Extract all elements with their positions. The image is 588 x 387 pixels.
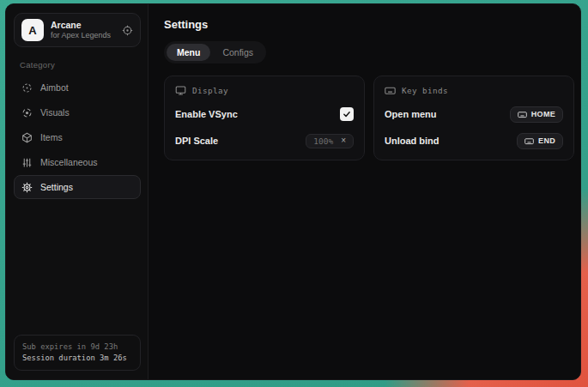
- sidebar-item-label: Settings: [40, 182, 73, 192]
- sidebar-item-items[interactable]: Items: [14, 125, 141, 149]
- page-title: Settings: [164, 18, 574, 31]
- sidebar-item-visuals[interactable]: Visuals: [14, 100, 141, 124]
- display-card: Display Enable VSync DPI Scale: [164, 76, 365, 160]
- sidebar-item-miscellaneous[interactable]: Miscellaneous: [14, 150, 141, 174]
- app-window: A Arcane for Apex Legends Category: [5, 3, 581, 380]
- gear-icon: [21, 182, 33, 193]
- eye-scan-icon: [21, 107, 33, 118]
- open-menu-key: HOME: [531, 110, 555, 118]
- display-card-title: Display: [192, 86, 228, 95]
- keyboard-icon: [385, 85, 396, 96]
- settings-cards: Display Enable VSync DPI Scale: [164, 76, 574, 160]
- session-info-card: Sub expires in 9d 23h Session duration 3…: [14, 335, 141, 371]
- sidebar-nav: Aimbot Visuals Items: [14, 76, 141, 199]
- monitor-icon: [175, 85, 186, 96]
- brand-text: Arcane for Apex Legends: [51, 20, 115, 40]
- check-icon: [342, 110, 351, 118]
- sidebar-item-settings[interactable]: Settings: [14, 175, 141, 199]
- unload-bind-label: Unload bind: [385, 136, 439, 146]
- sidebar-item-aimbot[interactable]: Aimbot: [14, 76, 141, 100]
- keybinds-card-title: Key binds: [402, 86, 448, 95]
- unload-bind-key: END: [538, 136, 555, 145]
- dpi-scale-value: 100%: [313, 136, 333, 146]
- sidebar: A Arcane for Apex Legends Category: [6, 4, 149, 379]
- brand-logo: A: [21, 19, 44, 41]
- brand-subtitle: for Apex Legends: [51, 31, 115, 40]
- vsync-label: Enable VSync: [175, 109, 238, 119]
- sidebar-item-label: Visuals: [40, 107, 70, 118]
- brand-card: A Arcane for Apex Legends: [14, 13, 141, 47]
- sidebar-spacer: [14, 199, 141, 335]
- unload-bind-row: Unload bind END: [385, 132, 563, 149]
- sub-expiry-text: Sub expires in 9d 23h: [22, 342, 132, 353]
- open-menu-row: Open menu HOME: [385, 106, 563, 123]
- vsync-row: Enable VSync: [175, 106, 354, 123]
- open-menu-keybind-button[interactable]: HOME: [510, 106, 563, 123]
- sidebar-item-label: Miscellaneous: [40, 157, 98, 167]
- crosshair-icon: [21, 82, 33, 94]
- keyboard-key-icon: [524, 136, 534, 146]
- tab-menu[interactable]: Menu: [167, 44, 210, 61]
- tab-bar: Menu Configs: [164, 41, 266, 63]
- sliders-icon: [21, 157, 33, 168]
- dpi-scale-label: DPI Scale: [175, 136, 218, 146]
- keyboard-key-icon: [518, 110, 527, 119]
- keybinds-card: Key binds Open menu HOME Unload bind: [373, 76, 574, 160]
- session-duration-text: Session duration 3m 26s: [22, 353, 132, 364]
- open-menu-label: Open menu: [385, 109, 437, 119]
- keybinds-card-header: Key binds: [385, 85, 563, 96]
- vsync-checkbox[interactable]: [340, 107, 354, 121]
- package-icon: [21, 132, 33, 143]
- sidebar-item-label: Items: [40, 132, 63, 142]
- unload-bind-keybind-button[interactable]: END: [517, 133, 563, 149]
- sidebar-item-label: Aimbot: [40, 82, 69, 93]
- crosshair-target-icon[interactable]: [122, 25, 133, 36]
- brand-name: Arcane: [51, 20, 115, 31]
- tab-configs[interactable]: Configs: [212, 44, 264, 61]
- dpi-scale-row: DPI Scale 100% ×: [175, 132, 354, 149]
- main-content: Settings Menu Configs Display Enable V: [149, 4, 581, 379]
- clear-icon[interactable]: ×: [341, 136, 346, 145]
- category-label: Category: [20, 60, 141, 70]
- dpi-scale-input[interactable]: 100% ×: [306, 134, 354, 148]
- display-card-header: Display: [175, 85, 354, 96]
